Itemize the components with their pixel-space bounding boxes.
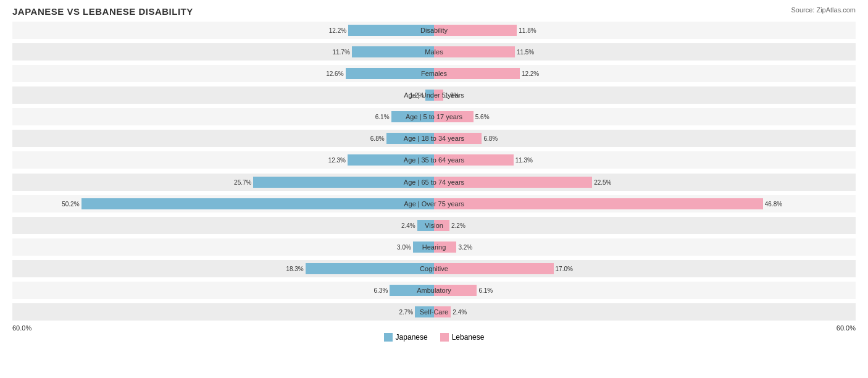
left-section: 1.2% — [12, 86, 434, 104]
chart-container: JAPANESE VS LEBANESE DISABILITY Source: … — [0, 0, 868, 378]
value-right: 6.8% — [483, 135, 498, 142]
bar-right — [434, 90, 443, 101]
value-left: 25.7% — [234, 178, 251, 185]
chart-area: 12.2% 11.8% Disability 11.7% 11.5% Males… — [12, 19, 856, 342]
right-section: 11.3% — [434, 151, 856, 169]
bar-right — [434, 198, 763, 209]
value-left: 11.7% — [332, 48, 349, 55]
right-section: 2.2% — [434, 217, 856, 234]
bar-right — [434, 68, 520, 79]
value-right: 6.1% — [478, 287, 493, 294]
lebanese-label: Lebanese — [452, 333, 485, 342]
bar-right — [434, 133, 482, 144]
value-right: 11.8% — [519, 27, 536, 33]
right-section: 6.8% — [434, 130, 856, 147]
value-right: 11.3% — [515, 157, 533, 164]
value-left: 1.2% — [410, 91, 424, 98]
value-right: 2.4% — [453, 309, 467, 316]
bar-right — [434, 306, 451, 317]
table-row: 25.7% 22.5% Age | 65 to 74 years — [12, 174, 856, 191]
bar-left — [417, 220, 434, 231]
left-section: 2.7% — [12, 303, 434, 321]
right-section: 11.5% — [434, 43, 856, 61]
value-right: 12.2% — [522, 70, 539, 77]
left-section: 2.4% — [12, 217, 434, 234]
value-right: 1.3% — [445, 91, 459, 98]
value-left: 6.3% — [374, 287, 388, 294]
bar-left — [415, 306, 434, 317]
table-row: 12.2% 11.8% Disability — [12, 22, 856, 39]
left-section: 25.7% — [12, 174, 434, 191]
value-left: 6.8% — [370, 135, 385, 142]
left-section: 6.3% — [12, 282, 434, 299]
left-section: 6.1% — [12, 108, 434, 125]
value-left: 12.2% — [329, 27, 346, 33]
bar-left — [348, 154, 434, 166]
bar-left — [352, 46, 434, 57]
table-row: 12.3% 11.3% Age | 35 to 64 years — [12, 151, 856, 169]
source-text: Source: ZipAtlas.com — [791, 6, 856, 14]
bar-right — [434, 263, 554, 274]
left-section: 11.7% — [12, 43, 434, 61]
value-left: 18.3% — [286, 266, 303, 272]
table-row: 50.2% 46.8% Age | Over 75 years — [12, 195, 856, 212]
value-right: 5.6% — [475, 114, 490, 120]
bar-left — [306, 263, 434, 274]
table-row: 3.0% 3.2% Hearing — [12, 238, 856, 256]
bar-right — [434, 154, 514, 166]
bar-left — [346, 68, 434, 79]
bar-left — [425, 90, 434, 101]
left-section: 50.2% — [12, 195, 434, 212]
right-section: 22.5% — [434, 174, 856, 191]
value-left: 2.7% — [399, 309, 413, 316]
value-right: 11.5% — [517, 48, 534, 55]
right-section: 11.8% — [434, 22, 856, 39]
value-left: 12.3% — [328, 157, 346, 164]
value-right: 2.2% — [451, 222, 465, 229]
left-section: 3.0% — [12, 238, 434, 256]
lebanese-color-box — [440, 333, 449, 342]
value-left: 6.1% — [375, 114, 390, 120]
right-section: 3.2% — [434, 238, 856, 256]
value-right: 17.0% — [556, 266, 573, 272]
left-section: 12.3% — [12, 151, 434, 169]
right-section: 2.4% — [434, 303, 856, 321]
value-right: 22.5% — [594, 178, 611, 185]
bar-right — [434, 46, 515, 57]
legend: Japanese Lebanese — [12, 333, 856, 342]
right-section: 5.6% — [434, 108, 856, 125]
table-row: 6.1% 5.6% Age | 5 to 17 years — [12, 108, 856, 125]
right-section: 17.0% — [434, 260, 856, 277]
axis-right: 60.0% — [837, 324, 856, 332]
left-section: 18.3% — [12, 260, 434, 277]
chart-title: JAPANESE VS LEBANESE DISABILITY — [12, 6, 856, 17]
bar-left — [81, 198, 434, 209]
bar-left — [391, 111, 434, 122]
table-row: 2.7% 2.4% Self-Care — [12, 303, 856, 321]
left-section: 12.2% — [12, 22, 434, 39]
japanese-label: Japanese — [396, 333, 428, 342]
bar-right — [434, 177, 592, 188]
left-section: 6.8% — [12, 130, 434, 147]
bar-left — [253, 177, 434, 188]
table-row: 2.4% 2.2% Vision — [12, 217, 856, 234]
rows-container: 12.2% 11.8% Disability 11.7% 11.5% Males… — [12, 19, 856, 323]
table-row: 11.7% 11.5% Males — [12, 43, 856, 61]
value-left: 50.2% — [62, 200, 79, 207]
value-left: 12.6% — [326, 70, 343, 77]
bar-right — [434, 285, 477, 296]
legend-item-lebanese: Lebanese — [440, 333, 485, 342]
legend-item-japanese: Japanese — [384, 333, 428, 342]
bar-right — [434, 242, 456, 253]
right-section: 46.8% — [434, 195, 856, 212]
bar-right — [434, 111, 474, 122]
table-row: 12.6% 12.2% Females — [12, 65, 856, 82]
right-section: 12.2% — [434, 65, 856, 82]
table-row: 1.2% 1.3% Age | Under 5 years — [12, 86, 856, 104]
japanese-color-box — [384, 333, 393, 342]
right-section: 1.3% — [434, 86, 856, 104]
left-section: 12.6% — [12, 65, 434, 82]
bar-left — [348, 25, 434, 36]
bar-left — [413, 242, 434, 253]
table-row: 6.3% 6.1% Ambulatory — [12, 282, 856, 299]
